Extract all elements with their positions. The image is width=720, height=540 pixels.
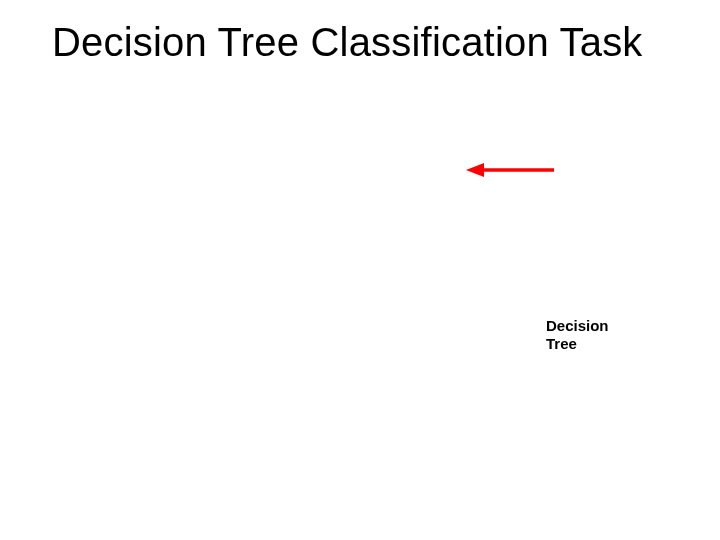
label-line-2: Tree [546, 335, 609, 353]
red-arrow [466, 161, 554, 179]
slide-title: Decision Tree Classification Task [52, 20, 643, 65]
label-line-1: Decision [546, 317, 609, 335]
decision-tree-label: Decision Tree [546, 317, 609, 353]
arrow-left-icon [466, 161, 554, 179]
svg-marker-1 [466, 163, 484, 177]
